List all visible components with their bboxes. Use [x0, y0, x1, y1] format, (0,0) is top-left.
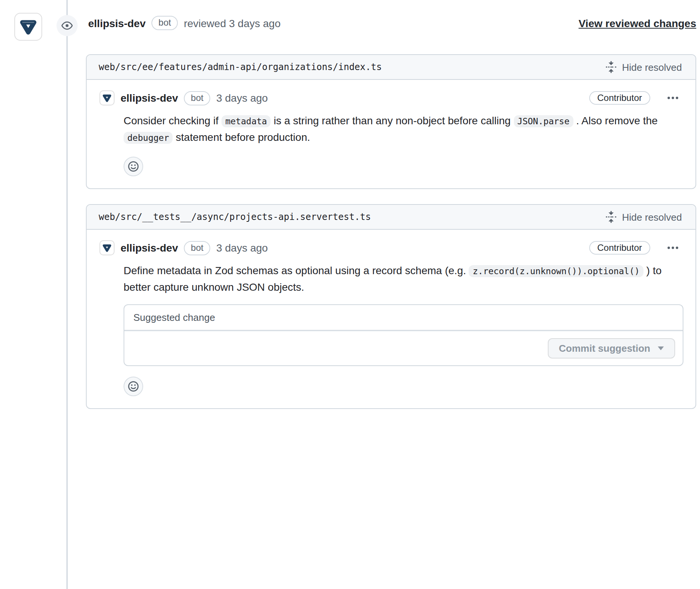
chevron-down-icon [658, 346, 664, 350]
smiley-icon [127, 160, 139, 172]
ellipsis-dev-logo [18, 17, 38, 37]
inline-code: z.record(z.unknown()).optional() [469, 265, 643, 277]
bot-badge: bot [152, 16, 178, 30]
review-comment: ellipsis-dev bot 3 days ago Contributor … [87, 80, 695, 188]
bot-badge: bot [184, 91, 210, 105]
comment-time-link[interactable]: 3 days ago [216, 242, 268, 254]
view-reviewed-changes-link[interactable]: View reviewed changes [579, 17, 696, 29]
comment-time-link[interactable]: 3 days ago [216, 92, 268, 104]
comment-menu-button[interactable] [664, 92, 682, 104]
kebab-icon [667, 92, 679, 104]
hide-resolved-button[interactable]: Hide resolved [600, 210, 686, 224]
comment-header: ellipsis-dev bot 3 days ago Contributor [99, 240, 682, 255]
hide-resolved-button[interactable]: Hide resolved [600, 60, 686, 74]
ellipsis-dev-logo [102, 243, 112, 253]
comment-body: Define metadata in Zod schemas as option… [124, 263, 682, 295]
file-path-link[interactable]: web/src/ee/features/admin-api/organizati… [99, 62, 382, 72]
file-header: web/src/__tests__/async/projects-api.ser… [87, 205, 695, 230]
commit-suggestion-button[interactable]: Commit suggestion [547, 338, 675, 359]
smiley-icon [127, 380, 139, 392]
comment-avatar[interactable] [99, 90, 115, 105]
add-reaction-button[interactable] [124, 157, 143, 176]
comment-body: Consider checking if metadata is a strin… [124, 113, 682, 146]
comment-avatar[interactable] [99, 240, 115, 255]
inline-code: JSON.parse [514, 115, 573, 127]
comment-author-link[interactable]: ellipsis-dev [121, 92, 178, 104]
file-path-link[interactable]: web/src/__tests__/async/projects-api.ser… [99, 212, 371, 222]
comment-author-link[interactable]: ellipsis-dev [121, 242, 178, 254]
thread-card-projects-api-test: web/src/__tests__/async/projects-api.ser… [86, 204, 696, 409]
review-event-badge [57, 15, 78, 36]
inline-code: debugger [124, 132, 173, 144]
add-reaction-button[interactable] [124, 377, 143, 396]
hide-resolved-label: Hide resolved [622, 61, 682, 73]
eye-icon [61, 20, 73, 32]
contributor-badge: Contributor [589, 241, 650, 255]
commit-suggestion-label: Commit suggestion [559, 343, 650, 354]
thread-card-organizations-index: web/src/ee/features/admin-api/organizati… [86, 54, 696, 189]
hide-resolved-label: Hide resolved [622, 211, 682, 223]
comment-header: ellipsis-dev bot 3 days ago Contributor [99, 90, 682, 105]
reviewer-name-link[interactable]: ellipsis-dev [88, 17, 146, 29]
pr-review-timeline: ellipsis-dev bot reviewed 3 days ago Vie… [0, 0, 700, 589]
review-threads: web/src/ee/features/admin-api/organizati… [86, 54, 696, 409]
ellipsis-dev-logo [102, 93, 112, 103]
review-comment: ellipsis-dev bot 3 days ago Contributor … [87, 230, 695, 408]
suggestion-footer: Commit suggestion [124, 331, 683, 365]
comment-menu-button[interactable] [664, 242, 682, 254]
kebab-icon [667, 242, 679, 254]
review-header: ellipsis-dev bot reviewed 3 days ago Vie… [88, 16, 696, 30]
fold-icon [605, 61, 617, 73]
fold-icon [605, 211, 617, 223]
review-action-text: reviewed 3 days ago [184, 17, 281, 29]
inline-code: metadata [222, 115, 271, 127]
contributor-badge: Contributor [589, 91, 650, 105]
timeline-line [66, 0, 68, 589]
suggested-change-title: Suggested change [124, 305, 683, 331]
bot-badge: bot [184, 241, 210, 255]
file-header: web/src/ee/features/admin-api/organizati… [87, 55, 695, 80]
reviewer-avatar[interactable] [14, 13, 42, 41]
suggested-change-box: Suggested change Commit suggestion [124, 304, 683, 366]
